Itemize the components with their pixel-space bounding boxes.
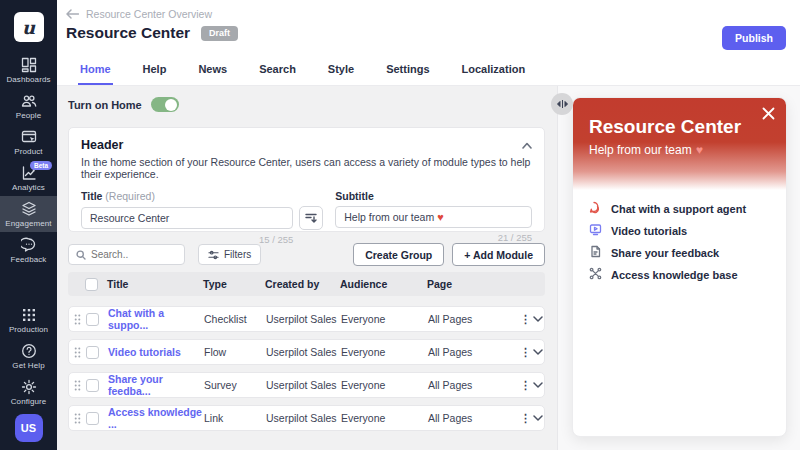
tab-help[interactable]: Help: [141, 57, 169, 85]
col-page: Page: [427, 278, 517, 290]
row-checkbox[interactable]: [86, 379, 99, 392]
configure-icon: [21, 379, 37, 395]
product-icon: [21, 129, 37, 145]
module-title-link[interactable]: Video tutorials: [108, 346, 204, 358]
back-arrow-icon: [66, 9, 79, 19]
sidebar-item-get-help[interactable]: Get Help: [0, 338, 57, 374]
tab-news[interactable]: News: [196, 57, 229, 85]
preview-item-label: Access knowledge base: [611, 269, 738, 281]
publish-button[interactable]: Publish: [722, 26, 786, 50]
tab-style[interactable]: Style: [326, 57, 356, 85]
col-created-by: Created by: [265, 278, 340, 290]
col-type: Type: [203, 278, 265, 290]
preview-item-video[interactable]: Video tutorials: [589, 220, 770, 242]
sidebar-item-dashboards[interactable]: Dashboards: [0, 52, 57, 88]
title-row: Resource Center Draft: [66, 24, 238, 42]
title-options-button[interactable]: [299, 206, 323, 230]
expand-chevron-icon[interactable]: [533, 349, 546, 355]
help-icon: [21, 343, 37, 359]
subtitle-field[interactable]: Help from our team ♥: [335, 206, 532, 228]
kebab-menu-icon[interactable]: ⋮: [518, 380, 533, 391]
filters-label: Filters: [224, 249, 251, 260]
subtitle-char-counter: 21 / 255: [335, 232, 532, 243]
modules-toolbar: Filters Create Group + Add Module: [68, 243, 545, 266]
module-created-by: Userpilot Sales: [266, 379, 341, 391]
tab-settings[interactable]: Settings: [384, 57, 431, 85]
drag-handle-icon[interactable]: [74, 380, 86, 391]
video-icon: [589, 222, 602, 240]
heart-icon: ♥: [696, 143, 703, 157]
tab-home[interactable]: Home: [78, 57, 113, 85]
drag-handle-icon[interactable]: [74, 413, 86, 424]
subtitle-value: Help from our team: [344, 211, 434, 223]
preview-subtitle: Help from our team ♥: [589, 143, 770, 157]
back-link[interactable]: Resource Center Overview: [66, 8, 212, 20]
add-module-button[interactable]: + Add Module: [452, 243, 545, 266]
preview-item-knowledge[interactable]: Access knowledge base: [589, 264, 770, 286]
chat-icon: [589, 200, 602, 218]
module-audience: Everyone: [341, 313, 428, 325]
sidebar-item-production[interactable]: Production: [0, 302, 57, 338]
search-icon: [76, 250, 86, 260]
turn-on-home-label: Turn on Home: [68, 99, 142, 111]
userpilot-logo[interactable]: u: [14, 12, 44, 42]
expand-chevron-icon[interactable]: [533, 382, 546, 388]
tab-search[interactable]: Search: [257, 57, 298, 85]
module-title-link[interactable]: Chat with a suppo...: [108, 307, 204, 331]
preview-resize-handle[interactable]: [551, 93, 573, 115]
required-hint: (Required): [105, 190, 155, 202]
select-all-checkbox[interactable]: [85, 278, 98, 291]
expand-chevron-icon[interactable]: [533, 316, 546, 322]
module-audience: Everyone: [341, 346, 428, 358]
collapse-chevron-icon[interactable]: [522, 142, 532, 149]
title-field-label: Title (Required): [81, 190, 323, 202]
turn-on-home-toggle[interactable]: [151, 97, 179, 112]
module-page: All Pages: [428, 379, 518, 391]
module-type: Survey: [204, 379, 266, 391]
table-row: Access knowledge ... Link Userpilot Sale…: [68, 405, 545, 431]
module-audience: Everyone: [341, 379, 428, 391]
drag-handle-icon[interactable]: [74, 347, 86, 358]
close-icon[interactable]: [762, 107, 775, 120]
row-checkbox[interactable]: [86, 346, 99, 359]
module-type: Link: [204, 412, 266, 424]
preview-header: Resource Center Help from our team ♥: [573, 98, 786, 190]
sidebar-item-engagement[interactable]: Engagement: [0, 196, 57, 232]
kebab-menu-icon[interactable]: ⋮: [518, 347, 533, 358]
title-input[interactable]: [81, 207, 293, 229]
search-input[interactable]: [91, 249, 171, 260]
sidebar-item-product[interactable]: Product: [0, 124, 57, 160]
turn-on-home-row: Turn on Home: [68, 97, 179, 112]
expand-chevron-icon[interactable]: [533, 415, 546, 421]
module-type: Checklist: [204, 313, 266, 325]
sidebar-item-analytics[interactable]: Beta Analytics: [0, 160, 57, 196]
sidebar-item-people[interactable]: People: [0, 88, 57, 124]
module-created-by: Userpilot Sales: [266, 313, 341, 325]
module-title-link[interactable]: Share your feedba...: [108, 373, 204, 397]
sidebar: u Dashboards People Product Beta Analyti…: [0, 0, 57, 450]
feedback-icon: [21, 237, 37, 253]
row-checkbox[interactable]: [86, 313, 99, 326]
status-badge: Draft: [201, 26, 238, 41]
filters-button[interactable]: Filters: [198, 244, 261, 265]
preview-item-feedback[interactable]: Share your feedback: [589, 242, 770, 264]
row-checkbox[interactable]: [86, 412, 99, 425]
drag-handle-icon[interactable]: [74, 314, 86, 325]
preview-item-label: Share your feedback: [611, 247, 719, 259]
col-title: Title: [107, 278, 203, 290]
create-group-button[interactable]: Create Group: [353, 243, 444, 266]
sidebar-item-configure[interactable]: Configure: [0, 374, 57, 410]
kebab-menu-icon[interactable]: ⋮: [518, 413, 533, 424]
document-icon: [589, 244, 602, 262]
search-box[interactable]: [68, 244, 185, 265]
preview-item-chat[interactable]: Chat with a support agent: [589, 198, 770, 220]
production-icon: [21, 307, 37, 323]
kebab-menu-icon[interactable]: ⋮: [518, 314, 533, 325]
engagement-icon: [21, 201, 37, 217]
module-title-link[interactable]: Access knowledge ...: [108, 406, 204, 430]
user-avatar[interactable]: US: [15, 414, 43, 442]
sidebar-item-label: Production: [9, 325, 48, 334]
tab-localization[interactable]: Localization: [460, 57, 528, 85]
sidebar-item-feedback[interactable]: Feedback: [0, 232, 57, 268]
filters-icon: [208, 250, 219, 260]
